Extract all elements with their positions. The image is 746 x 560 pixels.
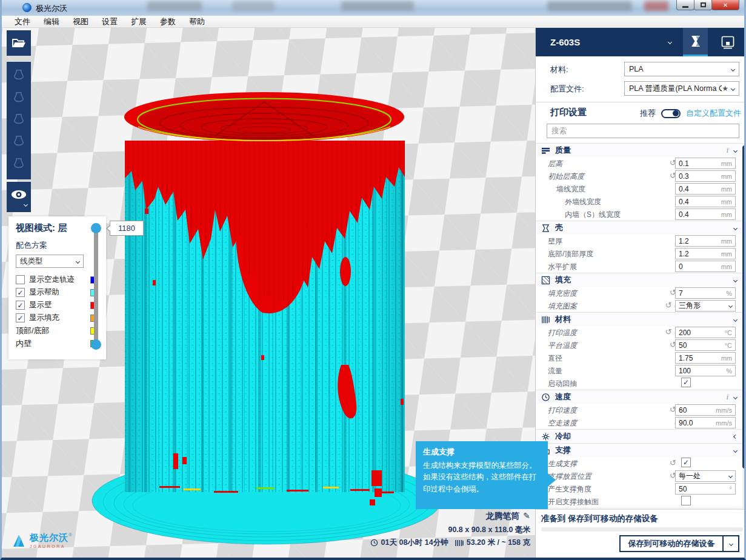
setting-select[interactable]: 每一处 [675,470,736,482]
setting-field[interactable]: 90.0mm/s [675,417,736,428]
setting-field[interactable]: 0mm [675,261,736,272]
setting-value: 三角形 [679,301,729,311]
minimize-button[interactable] [676,0,694,10]
scale-tool-button[interactable] [10,90,28,108]
setting-field[interactable]: 0.3mm [675,170,736,182]
printer-selector[interactable]: Z-603S [550,28,671,56]
menu-item-extensions[interactable]: 扩展 [124,16,153,28]
section-header-2[interactable]: 填充 [536,273,744,287]
setting-label: 墙线宽度 [556,184,585,195]
setting-value: 0.3 [679,172,721,181]
save-options-chevron[interactable] [722,536,738,551]
recommended-custom-toggle[interactable] [661,109,681,118]
setting-field[interactable]: 0.4mm [675,208,736,220]
save-button-label: 保存到可移动的存储设备 [621,536,722,551]
setting-field[interactable]: 0.4mm [675,196,736,207]
setting-row: 外墙线宽度0.4mm [536,195,744,208]
setting-checkbox[interactable] [681,496,691,505]
view-mode-button[interactable] [7,182,31,212]
setting-unit: mm/s [716,407,732,414]
setting-unit: mm [721,263,732,270]
move-tool-icon [12,68,25,84]
setting-field[interactable]: 7% [675,287,736,299]
close-button[interactable]: ✕ [711,0,739,10]
menu-item-edit[interactable]: 编辑 [37,16,66,28]
setting-field[interactable]: 1.75mm [675,352,736,364]
slice-status-text: 准备到 保存到可移动的存储设备 [541,513,658,524]
setting-field[interactable]: 1.2mm [675,235,736,247]
support-tooltip-title: 生成支撑 [423,447,541,458]
setting-unit: % [726,290,732,297]
setting-value: 50 [679,485,730,493]
menu-item-parameters[interactable]: 参数 [153,16,182,28]
section-header-0[interactable]: 质量i [536,143,744,157]
setting-label: 流量 [548,366,562,376]
chevron-down-icon [728,304,733,308]
section-header-icons: i [727,146,737,155]
maximize-button[interactable] [694,0,712,10]
rotate-tool-button[interactable] [10,112,28,130]
section-header-5[interactable]: 冷却 [536,429,744,443]
tab-monitor-printer[interactable] [715,28,740,56]
mirror-tool-button[interactable] [10,133,28,152]
checkbox[interactable]: ✓ [16,288,25,297]
menu-item-view[interactable]: 视图 [66,16,95,28]
settings-search-input[interactable] [547,124,739,138]
material-label: 材料: [550,64,568,75]
chevron-down-icon [728,474,733,478]
tab-prepare-slice[interactable] [683,28,708,56]
settings-scrollbar-thumb[interactable] [742,145,744,468]
setting-row: 空走速度i90.0mm/s [536,416,744,429]
brand-reg-mark: ® [68,532,72,538]
setting-field[interactable]: 50°C [675,339,736,351]
layer-slider-handle-top[interactable] [91,223,101,233]
section-header-3[interactable]: 材料 [536,312,744,326]
menu-item-file[interactable]: 文件 [8,16,37,28]
section-label: 壳 [555,222,734,233]
printer-name: Z-603S [550,37,580,47]
section-header-1[interactable]: 壳 [536,221,744,235]
setting-field[interactable]: 1.2mm [675,248,736,259]
setting-label: 水平扩展 [548,262,577,272]
section-header-6[interactable]: 支撑 [536,443,744,457]
move-tool-button[interactable] [10,67,28,85]
undo-icon[interactable]: ↺ [665,301,672,310]
checkbox[interactable]: ✓ [16,301,25,310]
support-tooltip-body: 生成结构来支撑模型的某些部分。如果没有这些结构，这些部件在打印过程中会倒塌。 [423,460,541,495]
setting-field[interactable]: 200°C [675,327,736,338]
custom-profile-link[interactable]: 自定义配置文件 [686,108,741,119]
open-file-button[interactable] [7,30,31,56]
support-tooltip: 生成支撑 生成结构来支撑模型的某些部分。如果没有这些结构，这些部件在打印过程中会… [416,441,548,509]
setting-value: 0.1 [679,159,721,168]
setting-row: 初始层高度↺0.3mm [536,170,744,182]
layer-slider-track[interactable] [94,227,98,345]
setting-select[interactable]: 三角形 [675,300,736,312]
layer-slider-handle-bottom[interactable] [91,339,101,350]
profile-select[interactable]: PLA 普通质量(PLA Norma Qua ★ [624,81,739,96]
edit-name-icon[interactable]: ✎ [523,511,530,521]
checkbox[interactable] [16,275,25,284]
setting-field[interactable]: 50° [675,483,736,495]
setting-checkbox[interactable]: ✓ [681,458,691,467]
color-scheme-select[interactable]: 线类型 [16,255,84,268]
titlebar[interactable]: 极光尔沃 ✕ [2,0,744,16]
setting-field[interactable]: 60mm/s [675,404,736,416]
section-header-4[interactable]: 速度i [536,390,744,404]
menu-item-settings[interactable]: 设置 [95,16,124,28]
menu-item-help[interactable]: 帮助 [182,16,211,28]
material-select[interactable]: PLA [624,62,739,76]
setting-field[interactable]: 0.4mm [675,183,736,195]
setting-row: 直径1.75mm [536,352,744,364]
setting-field[interactable]: 0.1mm [675,158,736,169]
save-button[interactable]: 保存到可移动的存储设备 [619,535,739,552]
legend-label: 顶部/底部 [16,325,90,336]
setting-value: 60 [679,406,716,415]
setting-checkbox[interactable]: ✓ [681,378,691,387]
setting-field[interactable]: 100% [675,365,736,376]
undo-icon[interactable]: ↺ [670,458,676,467]
setting-value: 0.4 [679,185,721,193]
printer-header: Z-603S [536,28,744,56]
checkbox[interactable]: ✓ [16,313,25,322]
per-model-settings-button[interactable] [10,156,28,174]
undo-icon[interactable]: ↺ [665,327,672,336]
